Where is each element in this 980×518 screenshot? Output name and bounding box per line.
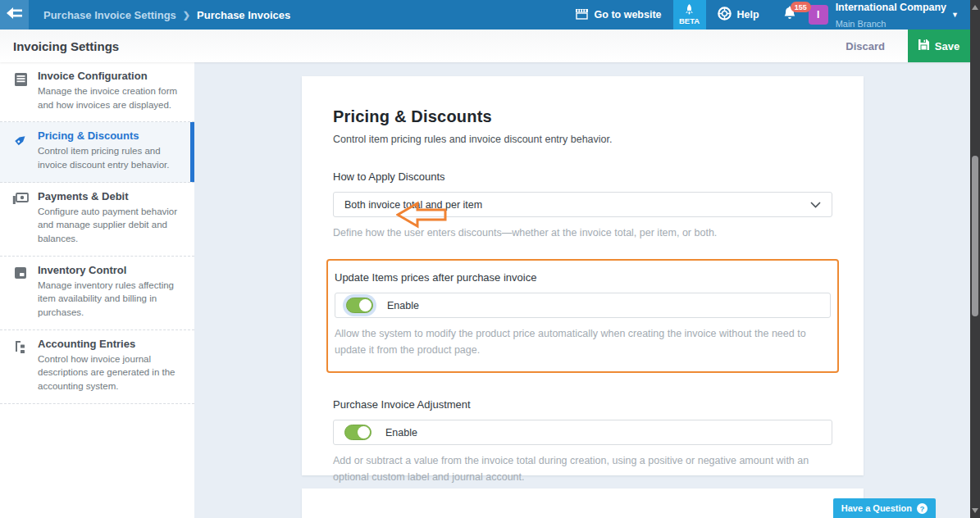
settings-content-area: Pricing & Discounts Control item pricing… (194, 62, 970, 518)
triangle-down-icon (972, 508, 978, 513)
beta-button[interactable]: BETA (673, 0, 706, 30)
breadcrumb-current: Purchase Invoices (197, 9, 290, 21)
website-icon (575, 8, 589, 22)
sidebar-item-text: Inventory Control Manage inventory rules… (38, 264, 183, 320)
adjustment-toggle-label: Enable (385, 427, 417, 438)
sidebar-item-desc: Control how invoice journal descriptions… (38, 352, 183, 393)
section-heading: Pricing & Discounts (333, 107, 832, 126)
top-navigation-bar: Purchase Invoice Settings ❯ Purchase Inv… (0, 0, 970, 30)
update-prices-toggle-label: Enable (387, 300, 419, 311)
question-circle-icon: ? (917, 503, 928, 514)
sidebar-item-text: Accounting Entries Control how invoice j… (38, 338, 183, 393)
save-button[interactable]: Save (908, 30, 970, 62)
adjustment-helper-text: Add or subtract a value from the invoice… (333, 452, 832, 485)
save-floppy-icon (918, 39, 929, 52)
rocket-icon (685, 4, 694, 16)
adjustment-toggle-row[interactable]: Enable (333, 420, 832, 445)
company-avatar: I (809, 5, 828, 25)
go-to-website-link[interactable]: Go to website (563, 0, 673, 30)
update-prices-helper-text: Allow the system to modify the product p… (335, 325, 831, 358)
money-icon (11, 190, 30, 246)
update-prices-toggle[interactable] (346, 298, 373, 313)
settings-action-bar: Invoicing Settings Discard Save (0, 30, 970, 62)
company-menu[interactable]: I International Company Main Branch ▼ (809, 0, 970, 30)
back-arrow-icon (7, 7, 23, 22)
scrollbar-thumb[interactable] (972, 156, 978, 316)
update-prices-toggle-row[interactable]: Enable (335, 293, 831, 318)
toggle-knob (359, 299, 371, 311)
toggle-knob (358, 426, 370, 438)
notifications-button[interactable]: 155 (771, 0, 809, 30)
save-label: Save (935, 40, 959, 52)
scrollbar-up-arrow[interactable] (970, 2, 980, 13)
discard-button[interactable]: Discard (846, 40, 885, 52)
box-icon (11, 264, 30, 320)
have-a-question-button[interactable]: Have a Question ? (833, 498, 936, 518)
page-scrollbar[interactable] (970, 0, 980, 518)
branch-name: Main Branch (836, 19, 887, 29)
breadcrumb-parent[interactable]: Purchase Invoice Settings (43, 9, 176, 21)
page: Purchase Invoice Settings ❯ Purchase Inv… (0, 0, 980, 518)
update-prices-label: Update Items prices after purchase invoi… (335, 271, 831, 284)
sidebar-item-desc: Configure auto payment behavior and mana… (38, 205, 183, 246)
next-settings-card (302, 488, 864, 518)
sidebar-item-pricing-discounts[interactable]: Pricing & Discounts Control item pricing… (0, 122, 194, 182)
go-to-website-label: Go to website (595, 9, 662, 20)
company-name: International Company (836, 2, 946, 13)
sidebar-item-invoice-configuration[interactable]: Invoice Configuration Manage the invoice… (0, 62, 194, 122)
beta-label: BETA (679, 17, 700, 25)
company-text: International Company Main Branch (836, 0, 946, 31)
breadcrumb: Purchase Invoice Settings ❯ Purchase Inv… (43, 9, 290, 21)
discounts-field-label: How to Apply Discounts (333, 170, 832, 183)
adjustment-label: Purchase Invoice Adjustment (333, 398, 832, 411)
chevron-down-icon (810, 199, 821, 211)
sidebar-item-text: Invoice Configuration Manage the invoice… (38, 70, 183, 111)
highlight-box: Update Items prices after purchase invoi… (326, 259, 839, 373)
sidebar-item-text: Payments & Debit Configure auto payment … (38, 190, 183, 246)
help-lifebuoy-icon (718, 7, 732, 23)
triangle-up-icon (972, 5, 978, 10)
tree-icon (11, 338, 30, 393)
tag-icon (11, 130, 30, 171)
sidebar-item-title: Accounting Entries (38, 338, 183, 350)
actionbar-buttons: Discard Save (846, 30, 970, 62)
settings-sidebar: Invoice Configuration Manage the invoice… (0, 62, 194, 518)
annotation-arrow-icon (396, 200, 449, 229)
page-title: Invoicing Settings (13, 39, 119, 53)
sidebar-item-desc: Manage the invoice creation form and how… (38, 84, 183, 111)
sidebar-item-payments-debit[interactable]: Payments & Debit Configure auto payment … (0, 183, 194, 257)
sidebar-item-accounting-entries[interactable]: Accounting Entries Control how invoice j… (0, 330, 194, 404)
help-menu[interactable]: Help (706, 0, 771, 30)
topbar-right-cluster: Go to website BETA Help 155 (563, 0, 970, 30)
help-label: Help (737, 9, 759, 20)
invoice-icon (11, 70, 30, 111)
sidebar-item-title: Pricing & Discounts (38, 130, 183, 142)
sidebar-item-desc: Control item pricing rules and invoice d… (38, 144, 183, 171)
pricing-discounts-card: Pricing & Discounts Control item pricing… (302, 76, 864, 475)
sidebar-item-title: Invoice Configuration (38, 70, 183, 82)
have-a-question-label: Have a Question (841, 503, 912, 513)
sidebar-item-title: Inventory Control (38, 264, 183, 276)
back-button[interactable] (0, 0, 29, 30)
notification-count-badge: 155 (791, 2, 811, 12)
sidebar-item-text: Pricing & Discounts Control item pricing… (38, 130, 183, 171)
sidebar-item-inventory-control[interactable]: Inventory Control Manage inventory rules… (0, 257, 194, 330)
sidebar-item-title: Payments & Debit (38, 190, 183, 202)
section-subheading: Control item pricing rules and invoice d… (333, 134, 832, 145)
sidebar-item-desc: Manage inventory rules affecting item av… (38, 279, 183, 320)
scrollbar-down-arrow[interactable] (970, 505, 980, 516)
chevron-down-icon: ▼ (951, 11, 959, 19)
breadcrumb-separator-icon: ❯ (183, 10, 190, 20)
adjustment-toggle[interactable] (344, 425, 371, 440)
